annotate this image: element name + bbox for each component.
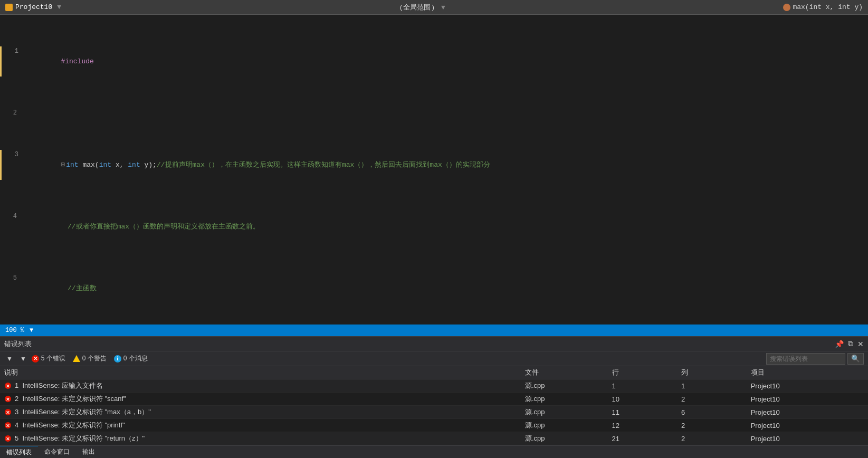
table-row[interactable]: ✕ 2 IntelliSense: 未定义标识符 "scanf" 源.cpp10… (0, 393, 868, 406)
info-icon: ℹ (114, 355, 121, 362)
svg-text:✕: ✕ (6, 397, 10, 402)
scope-selector[interactable]: (全局范围) ▼ (72, 3, 772, 12)
error-column: 1 (677, 379, 747, 393)
zoom-level[interactable]: 100 % (5, 327, 24, 334)
editor-area[interactable]: 1 #include 2 3 ⊟int max(int x, int y);//… (0, 15, 868, 325)
pin-button[interactable]: 📌 (835, 340, 844, 348)
warning-icon (73, 355, 80, 362)
error-project: Project10 (747, 419, 868, 432)
row-error-icon: ✕ (4, 382, 12, 389)
filter-dropdown-button[interactable]: ▼ (4, 354, 15, 364)
panel-controls: 📌 ⧉ ✕ (835, 339, 864, 348)
error-panel: 错误列表 📌 ⧉ ✕ ▼ ▼ ✕ 5 个错误 0 个警告 ℹ 0 个消息 🔍 (0, 336, 868, 445)
close-panel-button[interactable]: ✕ (857, 340, 864, 348)
error-line: 21 (608, 432, 678, 445)
error-column: 2 (677, 432, 747, 445)
tab-output[interactable]: 输出 (76, 446, 101, 458)
status-bar: 100 % ▼ (0, 325, 868, 336)
table-row[interactable]: ✕ 1 IntelliSense: 应输入文件名 源.cpp11Project1… (0, 379, 868, 393)
error-panel-header: 错误列表 📌 ⧉ ✕ (0, 337, 868, 351)
float-button[interactable]: ⧉ (848, 339, 853, 348)
search-errors-input[interactable] (766, 353, 845, 365)
error-column: 2 (677, 419, 747, 432)
error-file: 源.cpp (521, 379, 608, 393)
error-line: 12 (608, 419, 678, 432)
tab-error-list[interactable]: 错误列表 (0, 446, 38, 458)
table-row[interactable]: ✕ 5 IntelliSense: 未定义标识符 "return（z）" 源.c… (0, 432, 868, 445)
svg-text:✕: ✕ (6, 384, 10, 389)
project-name: Project10 ▼ (5, 3, 61, 11)
warning-count-button[interactable]: 0 个警告 (73, 354, 107, 363)
error-table-body: ✕ 1 IntelliSense: 应输入文件名 源.cpp11Project1… (0, 379, 868, 445)
error-table: 说明 文件 行 列 项目 ✕ 1 IntelliSense: 应输入文件名 源.… (0, 366, 868, 445)
error-panel-title: 错误列表 (4, 339, 32, 349)
error-count-button[interactable]: ✕ 5 个错误 (32, 354, 65, 363)
col-header-column[interactable]: 列 (677, 366, 747, 379)
error-description: ✕ 5 IntelliSense: 未定义标识符 "return（z）" (0, 432, 521, 445)
bottom-tabs: 错误列表 命令窗口 输出 (0, 445, 868, 458)
svg-text:✕: ✕ (6, 410, 10, 415)
error-column: 2 (677, 393, 747, 406)
code-line-5: 5 //主函数 (0, 273, 868, 303)
error-line: 1 (608, 379, 678, 393)
error-project: Project10 (747, 406, 868, 419)
warning-count-label: 0 个警告 (82, 354, 107, 363)
search-errors-button[interactable]: 🔍 (847, 353, 864, 365)
table-header-row: 说明 文件 行 列 项目 (0, 366, 868, 379)
col-header-file[interactable]: 文件 (521, 366, 608, 379)
error-project: Project10 (747, 432, 868, 445)
row-error-icon: ✕ (4, 435, 12, 442)
table-row[interactable]: ✕ 4 IntelliSense: 未定义标识符 "printf" 源.cpp1… (0, 419, 868, 432)
error-toolbar: ▼ ▼ ✕ 5 个错误 0 个警告 ℹ 0 个消息 🔍 (0, 351, 868, 366)
error-project: Project10 (747, 379, 868, 393)
error-column: 6 (677, 406, 747, 419)
filter-toggle-button[interactable]: ▼ (18, 354, 28, 364)
errors-table: 说明 文件 行 列 项目 ✕ 1 IntelliSense: 应输入文件名 源.… (0, 366, 868, 445)
error-file: 源.cpp (521, 393, 608, 406)
code-line-3: 3 ⊟int max(int x, int y);//提前声明max（），在主函… (0, 150, 868, 180)
func-icon (783, 4, 790, 11)
title-bar: Project10 ▼ (全局范围) ▼ max(int x, int y) (0, 0, 868, 15)
row-error-icon: ✕ (4, 408, 12, 416)
code-line-1: 1 #include (0, 46, 868, 77)
svg-text:✕: ✕ (6, 423, 10, 428)
func-indicator[interactable]: max(int x, int y) (783, 3, 863, 11)
zoom-dropdown[interactable]: ▼ (30, 327, 33, 334)
error-line: 10 (608, 393, 678, 406)
code-editor[interactable]: 1 #include 2 3 ⊟int max(int x, int y);//… (0, 15, 868, 325)
error-project: Project10 (747, 393, 868, 406)
error-file: 源.cpp (521, 432, 608, 445)
error-file: 源.cpp (521, 419, 608, 432)
error-count-label: 5 个错误 (41, 354, 65, 363)
error-file: 源.cpp (521, 406, 608, 419)
code-line-4: 4 //或者你直接把max（）函数的声明和定义都放在主函数之前。 (0, 212, 868, 242)
col-header-line[interactable]: 行 (608, 366, 678, 379)
error-description: ✕ 1 IntelliSense: 应输入文件名 (0, 379, 521, 393)
col-header-project[interactable]: 项目 (747, 366, 868, 379)
row-error-icon: ✕ (4, 422, 12, 429)
svg-text:✕: ✕ (6, 436, 10, 442)
table-row[interactable]: ✕ 3 IntelliSense: 未定义标识符 "max（a，b）" 源.cp… (0, 406, 868, 419)
project-icon (5, 4, 13, 11)
row-error-icon: ✕ (4, 395, 12, 403)
error-icon: ✕ (32, 355, 39, 362)
error-line: 11 (608, 406, 678, 419)
info-count-button[interactable]: ℹ 0 个消息 (114, 354, 148, 363)
error-description: ✕ 2 IntelliSense: 未定义标识符 "scanf" (0, 393, 521, 406)
info-count-label: 0 个消息 (123, 354, 148, 363)
col-header-description[interactable]: 说明 (0, 366, 521, 379)
search-errors-container: 🔍 (766, 353, 864, 365)
tab-command-window[interactable]: 命令窗口 (38, 446, 76, 458)
error-description: ✕ 3 IntelliSense: 未定义标识符 "max（a，b）" (0, 406, 521, 419)
code-line-2: 2 (0, 108, 868, 118)
error-description: ✕ 4 IntelliSense: 未定义标识符 "printf" (0, 419, 521, 432)
